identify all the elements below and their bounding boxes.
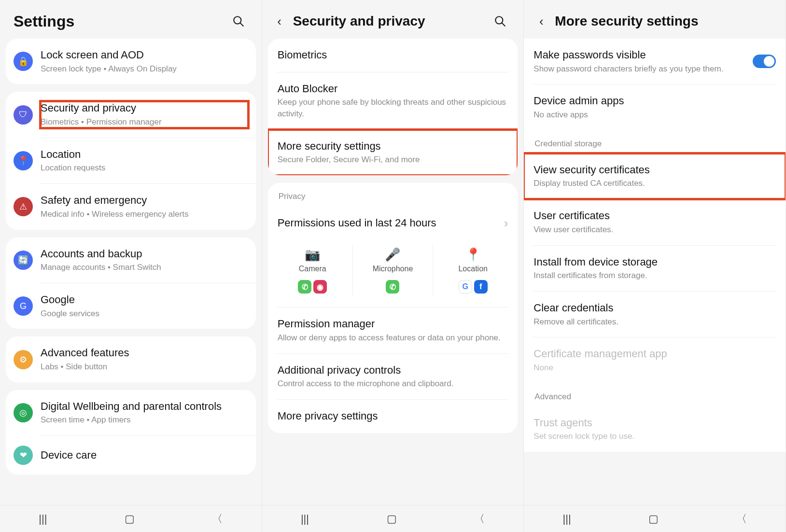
nav-home[interactable]: ▢ <box>648 513 659 525</box>
row-text: GoogleGoogle services <box>41 293 248 319</box>
row-title: Make passwords visible <box>533 48 753 62</box>
row-subtitle: Medical info • Wireless emergency alerts <box>41 209 248 220</box>
row-title: Safety and emergency <box>41 194 248 208</box>
lock-icon: 🔒 <box>14 52 33 71</box>
section-label: Credential storage <box>524 130 786 154</box>
setting-advanced[interactable]: ⚙Advanced featuresLabs • Side button <box>6 336 256 382</box>
more-security-card: Make passwords visibleShow password char… <box>524 39 786 452</box>
row-title: Lock screen and AOD <box>41 48 248 62</box>
nav-home[interactable]: ▢ <box>387 513 397 525</box>
settings-group: 🔒Lock screen and AODScreen lock type • A… <box>6 39 256 84</box>
app-google-icon: G <box>459 280 472 294</box>
settings-group: ⚙Advanced featuresLabs • Side button <box>6 336 256 382</box>
nav-back[interactable]: 〈 <box>212 512 223 526</box>
row-title: Security and privacy <box>41 101 248 115</box>
setting-wellbeing[interactable]: ◎Digital Wellbeing and parental controls… <box>6 390 256 435</box>
setting-location[interactable]: 📍LocationLocation requests <box>6 138 256 183</box>
row-title: View security certificates <box>533 163 776 177</box>
perm-label: Location <box>458 265 488 273</box>
row-text: Accounts and backupManage accounts • Sma… <box>41 247 248 273</box>
row-text: Security and privacyBiometrics • Permiss… <box>41 101 248 127</box>
row-title: Clear credentials <box>533 301 776 315</box>
setting-more-security[interactable]: More security settingsSecure Folder, Sec… <box>268 130 518 175</box>
nav-recent[interactable]: ||| <box>301 513 309 525</box>
header: ‹ More security settings <box>524 0 786 39</box>
setting-lock-screen[interactable]: 🔒Lock screen and AODScreen lock type • A… <box>6 39 256 84</box>
setting-view-certs[interactable]: View security certificatesDisplay truste… <box>524 154 786 199</box>
app-whatsapp-icon: ✆ <box>386 280 399 294</box>
google-icon: G <box>14 296 33 316</box>
toggle-switch[interactable] <box>753 55 776 68</box>
setting-biometrics[interactable]: Biometrics <box>268 39 518 72</box>
settings-group: ◎Digital Wellbeing and parental controls… <box>6 390 256 475</box>
row-subtitle: Screen lock type • Always On Display <box>41 63 248 75</box>
page-title: More security settings <box>555 14 772 29</box>
back-button[interactable]: ‹ <box>532 12 551 31</box>
header: Settings <box>0 0 262 39</box>
nav-recent[interactable]: ||| <box>563 513 571 525</box>
setting-cert-mgmt: Certificate management appNone <box>524 337 786 383</box>
row-subtitle: Screen time • App timers <box>41 414 248 426</box>
row-subtitle: Location requests <box>41 162 248 174</box>
privacy-card: PrivacyPermissions used in last 24 hours… <box>268 183 518 433</box>
nav-back[interactable]: 〈 <box>474 512 485 526</box>
setting-more-privacy[interactable]: More privacy settings <box>268 400 518 433</box>
row-subtitle: Remove all certificates. <box>533 316 776 328</box>
setting-passwords-visible[interactable]: Make passwords visibleShow password char… <box>524 39 786 84</box>
panel-settings: Settings 🔒Lock screen and AODScreen lock… <box>0 0 262 532</box>
perm-apps: ✆◉ <box>298 280 327 294</box>
nav-home[interactable]: ▢ <box>125 513 135 525</box>
row-text: Advanced featuresLabs • Side button <box>41 346 248 372</box>
row-title: Install from device storage <box>533 255 776 269</box>
setting-accounts[interactable]: 🔄Accounts and backupManage accounts • Sm… <box>6 238 256 283</box>
permissions-grid: 📷Camera✆◉🎤Microphone✆📍LocationGf <box>268 240 518 307</box>
setting-device-care[interactable]: ❤Device care <box>6 436 256 475</box>
perm-microphone[interactable]: 🎤Microphone✆ <box>353 244 433 295</box>
setting-clear-creds[interactable]: Clear credentialsRemove all certificates… <box>524 292 786 337</box>
search-button[interactable] <box>229 12 248 31</box>
pin-icon: 📍 <box>14 151 33 170</box>
app-facebook-icon: f <box>474 280 488 294</box>
row-title: Auto Blocker <box>278 82 508 96</box>
setting-install-storage[interactable]: Install from device storageInstall certi… <box>524 246 786 291</box>
nav-recent[interactable]: ||| <box>39 513 47 525</box>
row-title: Digital Wellbeing and parental controls <box>41 400 248 414</box>
row-text: Safety and emergencyMedical info • Wirel… <box>41 194 248 220</box>
header: ‹ Security and privacy <box>262 0 524 39</box>
settings-list: 🔒Lock screen and AODScreen lock type • A… <box>0 39 262 505</box>
setting-google[interactable]: GGoogleGoogle services <box>6 283 256 329</box>
setting-user-certs[interactable]: User certificatesView user certificates. <box>524 199 786 245</box>
search-button[interactable] <box>491 12 510 31</box>
setting-safety[interactable]: ⚠Safety and emergencyMedical info • Wire… <box>6 184 256 229</box>
row-subtitle: Control access to the microphone and cli… <box>278 378 508 390</box>
row-subtitle: Manage accounts • Smart Switch <box>41 262 248 273</box>
row-title: Device care <box>41 448 248 462</box>
setting-additional-privacy[interactable]: Additional privacy controlsControl acces… <box>268 354 518 399</box>
row-subtitle: None <box>533 362 776 374</box>
row-subtitle: View user certificates. <box>533 224 776 236</box>
perm-location[interactable]: 📍LocationGf <box>433 244 513 295</box>
content: Make passwords visibleShow password char… <box>524 39 786 505</box>
setting-security-privacy[interactable]: 🛡Security and privacyBiometrics • Permis… <box>6 92 256 137</box>
settings-group: 🔄Accounts and backupManage accounts • Sm… <box>6 238 256 329</box>
nav-bar: ||| ▢ 〈 <box>262 505 524 532</box>
row-title: Advanced features <box>41 346 248 360</box>
perm-label: Microphone <box>373 265 413 273</box>
back-button[interactable]: ‹ <box>270 12 289 31</box>
row-title: Permissions used in last 24 hours <box>278 216 504 230</box>
row-title: User certificates <box>533 209 776 223</box>
permissions-24h[interactable]: Permissions used in last 24 hours› <box>268 206 518 240</box>
app-instagram-icon: ◉ <box>313 280 327 294</box>
row-title: Additional privacy controls <box>278 364 508 378</box>
shield-icon: 🛡 <box>14 105 33 125</box>
setting-device-admin[interactable]: Device admin appsNo active apps <box>524 84 786 130</box>
nav-back[interactable]: 〈 <box>736 512 747 526</box>
perm-label: Camera <box>299 265 326 273</box>
security-card: BiometricsAuto BlockerKeep your phone sa… <box>268 39 518 175</box>
page-title: Settings <box>14 13 229 30</box>
setting-auto-blocker[interactable]: Auto BlockerKeep your phone safe by bloc… <box>268 72 518 129</box>
row-text: Digital Wellbeing and parental controlsS… <box>41 400 248 426</box>
pin-icon: 📍 <box>465 246 481 263</box>
setting-permission-manager[interactable]: Permission managerAllow or deny apps to … <box>268 308 518 353</box>
perm-camera[interactable]: 📷Camera✆◉ <box>273 244 353 295</box>
